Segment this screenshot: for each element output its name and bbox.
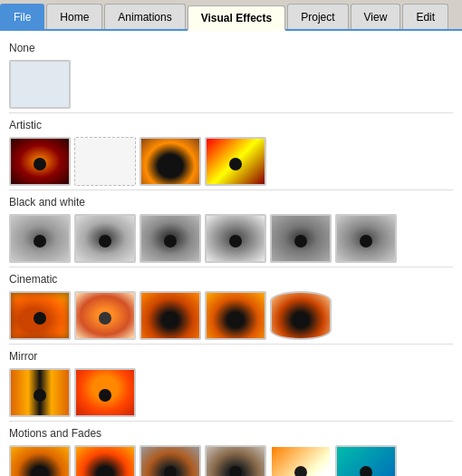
tab-visual-effects-label: Visual Effects [201, 12, 272, 24]
tab-visual-effects[interactable]: Visual Effects [188, 5, 285, 31]
section-artistic: Artistic [9, 119, 453, 190]
section-mirror-label: Mirror [9, 350, 453, 363]
divider-cinematic [9, 344, 453, 345]
thumb-mirror-1[interactable] [9, 368, 71, 417]
tab-file[interactable]: File [0, 4, 44, 29]
thumb-mf-3[interactable] [140, 445, 201, 476]
thumb-bw-2[interactable] [74, 214, 136, 263]
thumb-bw-1[interactable] [9, 214, 71, 263]
app-window: File Home Animations Visual Effects Proj… [0, 0, 462, 476]
section-motions-thumbnails [9, 445, 453, 476]
section-none-thumbnails [9, 60, 453, 109]
thumb-artistic-2[interactable] [74, 137, 136, 186]
thumb-cin-4[interactable] [205, 291, 266, 340]
thumb-cin-5[interactable] [270, 291, 332, 340]
tab-home[interactable]: Home [46, 4, 102, 29]
tab-animations-label: Animations [118, 11, 171, 24]
thumb-bw-3[interactable] [140, 214, 201, 263]
tab-project-label: Project [301, 11, 334, 24]
section-bw: Black and white [9, 196, 453, 267]
thumb-mf-1[interactable] [9, 445, 71, 476]
tab-view[interactable]: View [351, 4, 401, 29]
thumb-mf-6[interactable] [335, 445, 397, 476]
thumb-mf-4[interactable] [205, 445, 266, 476]
thumb-bw-5[interactable] [270, 214, 332, 263]
tab-animations[interactable]: Animations [104, 4, 185, 29]
divider-none [9, 112, 453, 113]
divider-mirror [9, 421, 453, 422]
thumb-artistic-3[interactable] [140, 137, 201, 186]
divider-artistic [9, 189, 453, 190]
thumb-cin-2[interactable] [74, 291, 136, 340]
section-none: None [9, 42, 453, 113]
thumb-mf-5[interactable] [270, 445, 332, 476]
section-cinematic: Cinematic [9, 273, 453, 345]
thumb-mf-2[interactable] [74, 445, 136, 476]
tab-home-label: Home [60, 11, 89, 24]
thumb-artistic-4[interactable] [205, 137, 266, 186]
section-mirror-thumbnails [9, 368, 453, 417]
tab-project[interactable]: Project [287, 4, 348, 29]
section-cinematic-thumbnails [9, 291, 453, 340]
thumb-none[interactable] [9, 60, 71, 109]
thumb-artistic-1[interactable] [9, 137, 71, 186]
section-cinematic-label: Cinematic [9, 273, 453, 286]
thumb-bw-4[interactable] [205, 214, 266, 263]
thumb-cin-3[interactable] [140, 291, 201, 340]
tab-bar: File Home Animations Visual Effects Proj… [0, 0, 462, 31]
thumb-cin-1[interactable] [9, 291, 71, 340]
thumb-mirror-2[interactable] [74, 368, 136, 417]
section-artistic-thumbnails [9, 137, 453, 186]
tab-edit-label: Edit [416, 11, 435, 24]
divider-bw [9, 267, 453, 267]
thumb-bw-6[interactable] [335, 214, 397, 263]
tab-edit[interactable]: Edit [402, 4, 448, 29]
tab-view-label: View [364, 11, 388, 24]
section-motions-label: Motions and Fades [9, 427, 453, 440]
tab-file-label: File [14, 11, 31, 24]
section-artistic-label: Artistic [9, 119, 453, 131]
section-bw-label: Black and white [9, 196, 453, 209]
section-none-label: None [9, 42, 453, 54]
section-motions: Motions and Fades Fade out to black [9, 427, 453, 476]
effects-panel: None Artistic Black and white [0, 31, 462, 476]
section-bw-thumbnails [9, 214, 453, 263]
section-mirror: Mirror [9, 350, 453, 422]
